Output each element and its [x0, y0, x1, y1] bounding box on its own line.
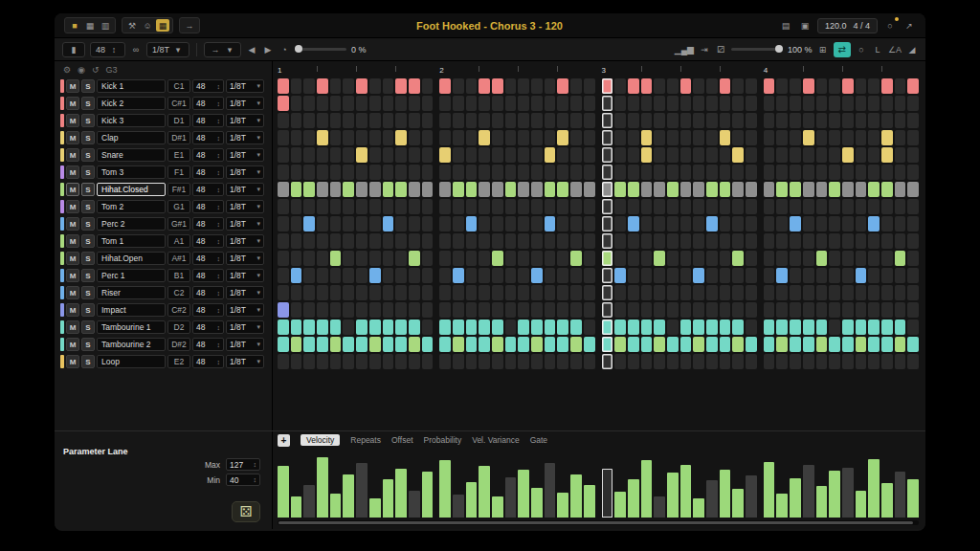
step-cell[interactable] — [641, 96, 653, 111]
solo-button[interactable]: S — [81, 79, 95, 93]
step-cell[interactable] — [641, 320, 653, 335]
step-cell[interactable] — [720, 165, 731, 180]
step-cell[interactable] — [641, 130, 653, 145]
step-cell[interactable] — [764, 147, 775, 163]
step-cell[interactable] — [602, 165, 613, 180]
step-cell[interactable] — [790, 233, 801, 249]
step-cell[interactable] — [895, 199, 906, 214]
step-cell[interactable] — [466, 233, 478, 249]
step-cell[interactable] — [466, 147, 478, 163]
scrollbar-thumb[interactable] — [278, 521, 913, 524]
velocity-bar[interactable] — [330, 494, 342, 518]
track-note[interactable]: C1 — [167, 79, 190, 93]
step-cell[interactable] — [803, 354, 814, 369]
step-cell[interactable] — [602, 199, 613, 214]
step-cell[interactable] — [492, 302, 503, 318]
step-cell[interactable] — [628, 147, 639, 163]
step-cell[interactable] — [816, 96, 828, 111]
track-rate-dropdown[interactable]: 1/8T▾ — [226, 355, 264, 368]
velocity-column[interactable] — [317, 449, 328, 518]
mute-button[interactable]: M — [66, 355, 79, 368]
step-cell[interactable] — [330, 251, 342, 266]
step-cell[interactable] — [479, 182, 490, 197]
step-cell[interactable] — [317, 251, 328, 266]
track-name[interactable]: Impact — [97, 303, 166, 317]
step-cell[interactable] — [693, 354, 704, 369]
step-cell[interactable] — [842, 199, 854, 214]
track-rate-dropdown[interactable]: 1/8T▾ — [226, 114, 264, 127]
solo-button[interactable]: S — [81, 148, 95, 162]
step-cell[interactable] — [330, 233, 342, 249]
step-cell[interactable] — [614, 199, 626, 214]
step-cell[interactable] — [614, 285, 626, 300]
step-cell[interactable] — [907, 302, 919, 318]
step-cell[interactable] — [330, 113, 342, 128]
step-cell[interactable] — [545, 285, 556, 300]
step-cell[interactable] — [816, 354, 828, 369]
step-cell[interactable] — [531, 96, 543, 111]
step-cell[interactable] — [291, 78, 302, 94]
step-cell[interactable] — [654, 268, 665, 283]
track-steps-stepper[interactable]: 48↕ — [192, 355, 224, 368]
step-cell[interactable] — [291, 285, 302, 300]
send-arrow-icon[interactable]: → — [183, 19, 196, 32]
step-cell[interactable] — [776, 96, 788, 111]
step-cell[interactable] — [856, 78, 867, 94]
velocity-column[interactable] — [492, 449, 503, 518]
step-cell[interactable] — [479, 268, 490, 283]
step-cell[interactable] — [343, 96, 354, 111]
velocity-column[interactable] — [505, 449, 517, 518]
step-cell[interactable] — [720, 216, 731, 231]
step-cell[interactable] — [628, 165, 639, 180]
step-cell[interactable] — [330, 78, 342, 94]
step-cell[interactable] — [479, 320, 490, 335]
step-cell[interactable] — [570, 233, 582, 249]
step-cell[interactable] — [776, 113, 788, 128]
step-cell[interactable] — [518, 78, 529, 94]
step-cell[interactable] — [829, 216, 840, 231]
step-cell[interactable] — [602, 320, 613, 335]
step-cell[interactable] — [881, 337, 893, 352]
step-cell[interactable] — [693, 216, 704, 231]
step-cell[interactable] — [881, 130, 893, 145]
step-cell[interactable] — [422, 337, 434, 352]
step-cell[interactable] — [317, 130, 328, 145]
track-note[interactable]: B1 — [167, 269, 190, 282]
lane-tab[interactable]: Repeats — [350, 435, 381, 445]
step-cell[interactable] — [706, 113, 718, 128]
step-cell[interactable] — [654, 354, 665, 369]
step-cell[interactable] — [584, 251, 595, 266]
step-cell[interactable] — [776, 147, 788, 163]
step-cell[interactable] — [881, 199, 893, 214]
mute-button[interactable]: M — [66, 183, 79, 196]
save-icon[interactable]: ▣ — [798, 19, 812, 32]
track-name[interactable]: Perc 1 — [97, 269, 166, 282]
step-cell[interactable] — [614, 354, 626, 369]
step-cell[interactable] — [602, 251, 613, 266]
step-cell[interactable] — [895, 113, 906, 128]
step-cell[interactable] — [868, 251, 880, 266]
step-cell[interactable] — [369, 96, 381, 111]
step-cell[interactable] — [746, 285, 757, 300]
step-cell[interactable] — [409, 285, 420, 300]
velocity-column[interactable] — [584, 449, 595, 518]
step-cell[interactable] — [369, 182, 381, 197]
step-cell[interactable] — [395, 96, 407, 111]
step-cell[interactable] — [409, 337, 420, 352]
step-cell[interactable] — [881, 320, 893, 335]
velocity-bar[interactable] — [557, 493, 568, 518]
step-cell[interactable] — [439, 147, 451, 163]
step-cell[interactable] — [395, 337, 407, 352]
step-cell[interactable] — [453, 233, 464, 249]
velocity-bar[interactable] — [492, 496, 503, 518]
step-cell[interactable] — [356, 320, 368, 335]
step-cell[interactable] — [816, 285, 828, 300]
step-cell[interactable] — [278, 147, 289, 163]
step-cell[interactable] — [409, 130, 420, 145]
track-steps-stepper[interactable]: 48↕ — [192, 165, 224, 179]
mute-button[interactable]: M — [66, 200, 79, 213]
step-cell[interactable] — [479, 96, 490, 111]
step-cell[interactable] — [439, 337, 451, 352]
step-cell[interactable] — [570, 182, 582, 197]
step-cell[interactable] — [895, 216, 906, 231]
